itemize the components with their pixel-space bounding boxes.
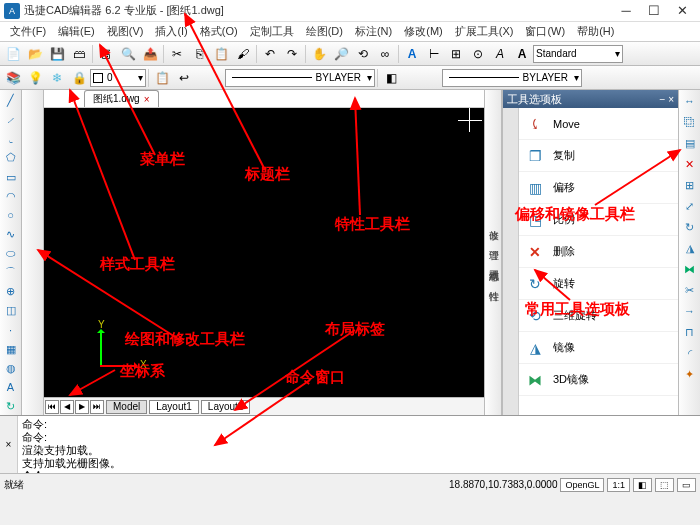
svg-line-1 <box>100 45 155 155</box>
svg-line-2 <box>185 14 265 170</box>
svg-line-9 <box>595 150 680 205</box>
svg-line-5 <box>38 250 180 340</box>
svg-line-6 <box>70 370 115 395</box>
svg-line-3 <box>355 98 360 215</box>
svg-line-8 <box>215 380 310 445</box>
svg-line-7 <box>235 330 355 410</box>
svg-line-10 <box>535 270 570 300</box>
svg-line-4 <box>70 90 135 260</box>
annotation-overlay <box>0 0 700 525</box>
